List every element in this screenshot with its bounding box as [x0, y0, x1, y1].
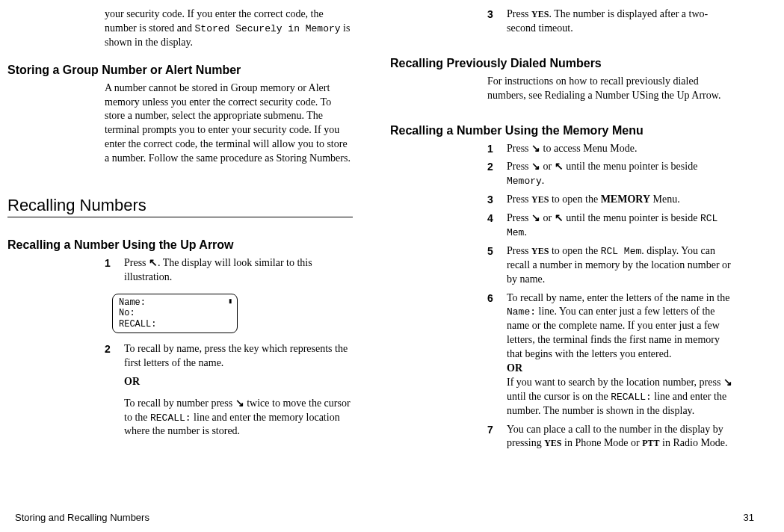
page-footer: Storing and Recalling Numbers 31	[15, 512, 754, 523]
down-arrow-icon: ↘	[531, 212, 540, 223]
step-number: 2	[487, 160, 507, 188]
text: If you want to search by the location nu…	[507, 377, 723, 388]
yes-key: YES	[531, 9, 549, 19]
step-text: Press ↘ to access Menu Mode.	[507, 142, 735, 156]
step-text: Press ↘ or ↖ until the menu pointer is b…	[507, 160, 735, 188]
up-arrow-icon: ↖	[149, 257, 158, 268]
text: Press	[507, 161, 531, 172]
signal-icon: ▮	[228, 297, 231, 308]
text: To recall by number press ↘ twice to mov…	[124, 397, 353, 439]
mono-text: Memory	[507, 176, 542, 187]
mono-text: Stored Securely in Memory	[195, 23, 341, 34]
up-arrow-icon: ↖	[555, 212, 564, 223]
ptt-key: PTT	[642, 438, 659, 448]
mm-step-3: 3 Press YES to open the MEMORY Menu.	[487, 193, 735, 207]
step-number: 3	[487, 7, 507, 36]
step-text: To recall by name, press the key which r…	[124, 342, 353, 439]
step-number: 2	[105, 342, 124, 439]
mono-text: RECALL:	[611, 392, 652, 403]
text: Press	[507, 194, 531, 205]
mm-step-7: 7 You can place a call to the number in …	[487, 423, 735, 451]
body-storing-group: A number cannot be stored in Group memor…	[105, 81, 353, 166]
terminal-display: Name: ▮ No: RECALL:	[112, 294, 238, 333]
text: Press	[507, 8, 531, 19]
text: To recall by name, enter the letters of …	[507, 292, 729, 303]
text: to open the	[549, 245, 600, 256]
text: to access Menu Mode.	[540, 143, 637, 154]
text: Press	[507, 245, 531, 256]
text: To recall by number press	[124, 398, 235, 409]
text: Menu.	[650, 194, 680, 205]
text: until the menu pointer is beside	[564, 212, 700, 223]
body-recall-prev: For instructions on how to recall previo…	[487, 75, 735, 103]
mono-text: RECALL:	[150, 412, 191, 424]
mm-step-2: 2 Press ↘ or ↖ until the menu pointer is…	[487, 160, 735, 188]
mono-text: Name:	[507, 306, 536, 318]
step-text: Press ↘ or ↖ until the menu pointer is b…	[507, 211, 735, 240]
yes-key: YES	[531, 194, 549, 205]
heading-recalling-numbers: Recalling Numbers	[7, 196, 353, 217]
text: to open the	[549, 194, 600, 205]
mm-step-1: 1 Press ↘ to access Menu Mode.	[487, 142, 735, 156]
page-number: 31	[744, 512, 754, 523]
down-arrow-icon: ↘	[235, 398, 244, 409]
step-3: 3 Press YES. The number is displayed aft…	[487, 7, 735, 36]
heading-recall-up-arrow: Recalling a Number Using the Up Arrow	[7, 238, 353, 252]
text: .	[542, 175, 545, 186]
yes-key: YES	[531, 246, 549, 256]
text: Press	[507, 143, 531, 154]
or-label: OR	[507, 362, 735, 376]
step-text: Press YES to open the RCL Mem. display. …	[507, 244, 735, 287]
mm-step-5: 5 Press YES to open the RCL Mem. display…	[487, 244, 735, 287]
text: Press	[507, 212, 531, 223]
text: until the menu pointer is beside	[564, 161, 698, 172]
page-content: your security code. If you enter the cor…	[0, 0, 784, 451]
step-1: 1 Press ↖. The display will look similar…	[105, 256, 353, 285]
mm-step-4: 4 Press ↘ or ↖ until the menu pointer is…	[487, 211, 735, 240]
step-number: 6	[487, 291, 507, 418]
step-number: 3	[487, 193, 507, 207]
step-text: Press YES to open the MEMORY Menu.	[507, 193, 735, 207]
yes-key: YES	[544, 438, 561, 448]
text: in Phone Mode or	[562, 437, 643, 448]
text: until the cursor is on the	[507, 391, 611, 402]
display-line3: RECALL:	[119, 319, 231, 330]
text: or	[540, 161, 555, 172]
intro-paragraph: your security code. If you enter the cor…	[105, 7, 353, 50]
step-number: 4	[487, 211, 507, 240]
text: .	[524, 226, 527, 238]
step-text: You can place a call to the number in th…	[507, 423, 735, 451]
step-number: 7	[487, 423, 507, 451]
text: in Radio Mode.	[660, 437, 728, 448]
step-number: 5	[487, 244, 507, 287]
text: or	[540, 212, 555, 223]
or-label: OR	[124, 375, 353, 389]
text: To recall by name, press the key which r…	[124, 342, 353, 371]
heading-storing-group: Storing a Group Number or Alert Number	[7, 64, 353, 77]
right-column: 3 Press YES. The number is displayed aft…	[371, 7, 754, 451]
text: Press	[124, 257, 149, 268]
menu-name: MEMORY	[601, 194, 650, 205]
mm-step-6: 6 To recall by name, enter the letters o…	[487, 291, 735, 418]
step-text: Press ↖. The display will look similar t…	[124, 256, 353, 285]
heading-recall-prev: Recalling Previously Dialed Numbers	[390, 57, 735, 70]
step-number: 1	[105, 256, 124, 285]
mono-text: RCL Mem	[601, 246, 642, 257]
step-2: 2 To recall by name, press the key which…	[105, 342, 353, 439]
heading-recall-memory-menu: Recalling a Number Using the Memory Menu	[390, 124, 735, 137]
step-text: Press YES. The number is displayed after…	[507, 7, 735, 36]
down-arrow-icon: ↘	[531, 161, 540, 172]
footer-title: Storing and Recalling Numbers	[15, 512, 149, 523]
display-line1: Name:	[119, 297, 146, 308]
step-number: 1	[487, 142, 507, 156]
step-text: To recall by name, enter the letters of …	[507, 291, 735, 418]
text: line. You can enter just a few letters o…	[507, 306, 720, 359]
up-arrow-icon: ↖	[555, 161, 564, 172]
down-arrow-icon: ↘	[723, 377, 732, 388]
display-line2: No:	[119, 308, 231, 318]
down-arrow-icon: ↘	[531, 143, 540, 154]
left-column: your security code. If you enter the cor…	[0, 7, 371, 451]
display-row1: Name: ▮	[119, 297, 231, 308]
